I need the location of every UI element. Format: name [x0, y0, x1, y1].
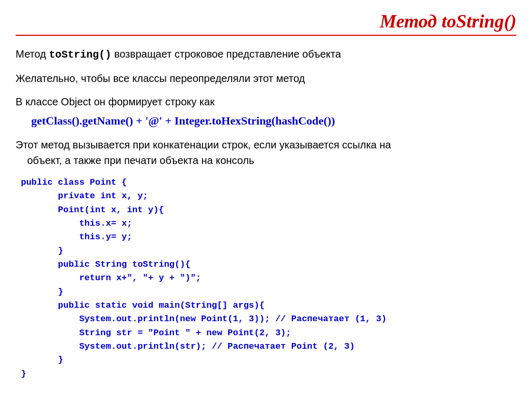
p1-suffix: возвращает строковое представление объек… [111, 48, 341, 60]
code-line-8: return x+", "+ y + ")"; [16, 271, 516, 285]
code-line-10: public static void main(String[] args){ [16, 299, 516, 312]
paragraph-3: В классе Object он формирует строку как … [16, 94, 516, 129]
code-line-6: } [16, 244, 516, 258]
code-line-14: } [16, 353, 516, 367]
code-line-2: private int x, y; [16, 189, 516, 203]
p1-bold: toString() [49, 49, 111, 61]
code-line-9: } [16, 285, 516, 299]
code-line-11: System.out.println(new Point(1, 3)); // … [16, 312, 516, 326]
p4-text: Этот метод вызывается при конкатенации с… [16, 139, 391, 166]
p3-formula: getClass().getName() + '@' + Integer.toH… [31, 112, 516, 129]
code-line-15: } [16, 367, 516, 381]
slide: Метод toString() Метод toString() возвра… [0, 0, 532, 398]
p2-text: Желательно, чтобы все классы переопредел… [16, 73, 305, 84]
content-area: Метод toString() возвращает строковое пр… [16, 46, 516, 381]
title-bar: Метод toString() [16, 10, 516, 36]
paragraph-2: Желательно, чтобы все классы переопредел… [16, 71, 516, 86]
p1-prefix: Метод [16, 48, 49, 60]
code-line-3: Point(int x, int y){ [16, 203, 516, 217]
code-line-7: public String toString(){ [16, 258, 516, 271]
paragraph-1: Метод toString() возвращает строковое пр… [16, 46, 516, 63]
code-block: public class Point { private int x, y; P… [16, 176, 516, 381]
code-line-1: public class Point { [16, 176, 516, 189]
code-line-12: String str = "Point " + new Point(2, 3); [16, 326, 516, 340]
code-line-13: System.out.println(str); // Распечатает … [16, 340, 516, 353]
slide-title: Метод toString() [380, 11, 516, 32]
code-line-4: this.x= x; [16, 217, 516, 230]
p3-prefix: В классе Object он формирует строку как [16, 94, 516, 109]
paragraph-4: Этот метод вызывается при конкатенации с… [16, 137, 516, 168]
code-line-5: this.y= y; [16, 230, 516, 244]
